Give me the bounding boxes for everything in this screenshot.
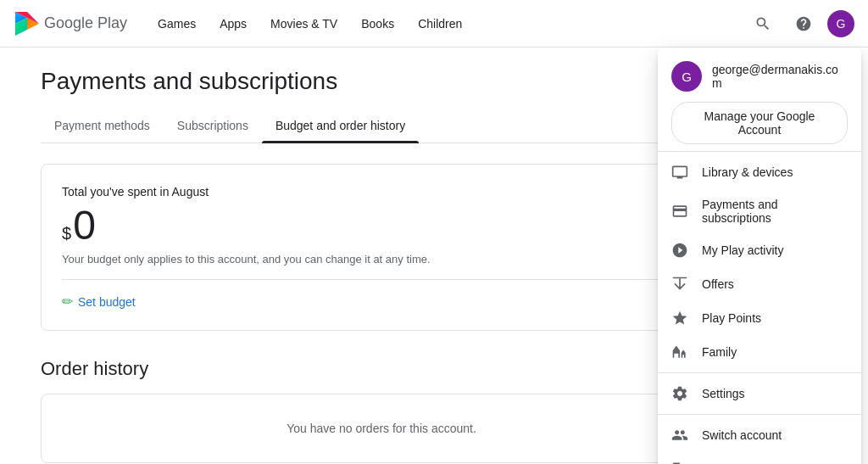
settings-icon (671, 385, 688, 402)
dropdown-item-offers-label: Offers (702, 277, 734, 291)
dropdown-item-activity-label: My Play activity (702, 243, 783, 257)
page-title: Payments and subscriptions (41, 68, 722, 95)
pencil-icon: ✏ (62, 293, 73, 310)
account-avatar-button[interactable]: G (827, 10, 854, 37)
play-logo-icon (14, 10, 41, 37)
dropdown-divider-2 (658, 372, 861, 373)
tab-payment-methods[interactable]: Payment methods (41, 109, 164, 143)
dropdown-header: G george@dermanakis.com (658, 48, 861, 102)
budget-amount: $ 0 (62, 205, 701, 246)
header: Google Play Games Apps Movies & TV Books… (0, 0, 868, 48)
dropdown-email: george@dermanakis.com (712, 63, 848, 90)
offers-icon (671, 276, 688, 293)
dropdown-item-family[interactable]: Family (658, 335, 861, 369)
tab-subscriptions[interactable]: Subscriptions (164, 109, 262, 143)
nav-games[interactable]: Games (147, 12, 206, 36)
family-icon (671, 344, 688, 361)
help-icon (795, 15, 812, 32)
nav-books[interactable]: Books (351, 12, 404, 36)
empty-orders-message: You have no orders for this account. (41, 394, 722, 463)
logo-text: Google Play (44, 14, 127, 32)
dropdown-item-signout[interactable]: Sign out (658, 452, 861, 464)
dropdown-item-payments[interactable]: Payments and subscriptions (658, 189, 861, 233)
card-divider (62, 279, 701, 280)
budget-card-title: Total you've spent in August (62, 185, 701, 198)
budget-note: Your budget only applies to this account… (62, 253, 701, 266)
activity-icon (671, 242, 688, 259)
dropdown-item-switch-label: Switch account (702, 428, 782, 442)
payments-icon (671, 203, 688, 220)
library-icon (671, 164, 688, 181)
dollar-sign: $ (62, 224, 71, 243)
dropdown-item-settings[interactable]: Settings (658, 377, 861, 411)
nav-movies[interactable]: Movies & TV (260, 12, 348, 36)
dropdown-item-points-label: Play Points (702, 311, 761, 325)
signout-icon (671, 461, 688, 464)
nav-apps[interactable]: Apps (209, 12, 257, 36)
dropdown-item-library[interactable]: Library & devices (658, 155, 861, 189)
dropdown-item-family-label: Family (702, 345, 737, 359)
main-content: Payments and subscriptions Payment metho… (0, 48, 763, 464)
account-dropdown: G george@dermanakis.com Manage your Goog… (658, 48, 861, 464)
dropdown-item-points[interactable]: Play Points (658, 301, 861, 335)
header-actions: G (746, 7, 854, 41)
points-icon (671, 310, 688, 327)
help-button[interactable] (787, 7, 821, 41)
dropdown-item-activity[interactable]: My Play activity (658, 233, 861, 267)
dropdown-item-payments-label: Payments and subscriptions (702, 198, 848, 225)
logo: Google Play (14, 10, 127, 37)
dropdown-item-offers[interactable]: Offers (658, 267, 861, 301)
dropdown-avatar: G (671, 61, 702, 92)
main-nav: Games Apps Movies & TV Books Children (147, 12, 746, 36)
order-history-title: Order history (41, 358, 722, 380)
amount-value: 0 (73, 205, 96, 246)
manage-account-button[interactable]: Manage your Google Account (671, 102, 848, 144)
switch-icon (671, 427, 688, 444)
dropdown-item-settings-label: Settings (702, 387, 745, 400)
set-budget-label: Set budget (78, 295, 136, 309)
search-button[interactable] (746, 7, 780, 41)
search-icon (754, 15, 771, 32)
svg-rect-4 (673, 277, 687, 279)
dropdown-divider-1 (658, 151, 861, 152)
dropdown-item-library-label: Library & devices (702, 165, 793, 179)
nav-children[interactable]: Children (408, 12, 472, 36)
dropdown-divider-3 (658, 414, 861, 415)
dropdown-item-switch[interactable]: Switch account (658, 418, 861, 452)
tabs: Payment methods Subscriptions Budget and… (41, 109, 722, 143)
set-budget-link[interactable]: ✏ Set budget (62, 293, 701, 310)
tab-budget-order-history[interactable]: Budget and order history (262, 109, 419, 143)
budget-card: Total you've spent in August $ 0 Your bu… (41, 164, 722, 331)
